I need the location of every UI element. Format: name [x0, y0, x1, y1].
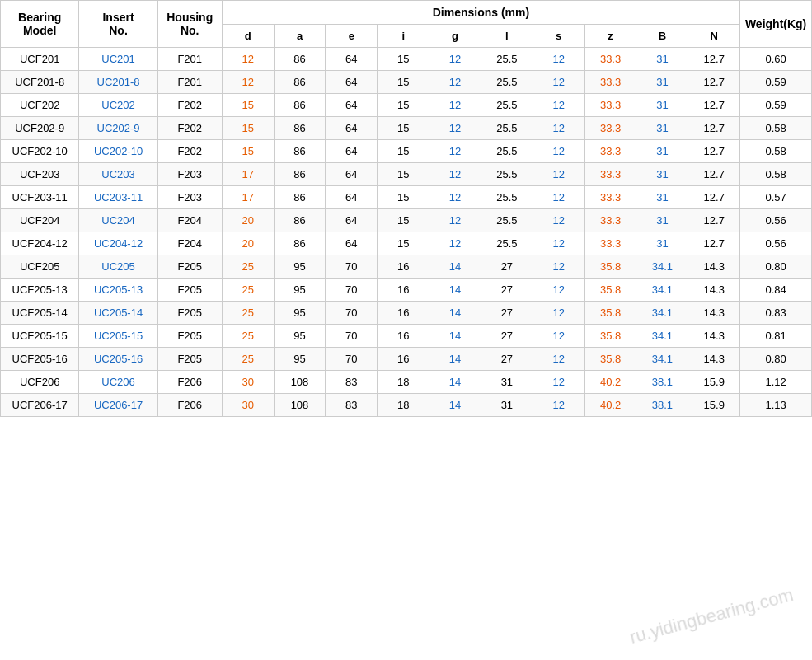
cell-dim-s: 12	[533, 71, 584, 94]
cell-dim-a: 95	[274, 325, 326, 348]
cell-dim-g: 12	[429, 94, 481, 117]
cell-dim-d: 12	[222, 48, 274, 71]
cell-dim-a: 86	[274, 117, 326, 140]
cell-dim-g: 12	[429, 140, 481, 163]
cell-col-housing: F202	[157, 94, 222, 117]
cell-dim-g: 14	[429, 279, 481, 302]
bearing-table: Bearing Model Insert No. Housing No. Dim…	[0, 0, 812, 417]
cell-dim-a: 95	[274, 279, 326, 302]
cell-col-housing: F201	[157, 71, 222, 94]
cell-dim-a: 86	[274, 209, 326, 232]
cell-dim-g: 14	[429, 371, 481, 394]
cell-dim-e: 64	[326, 232, 378, 255]
cell-dim-a: 86	[274, 140, 326, 163]
cell-dim-d: 25	[222, 325, 274, 348]
cell-dim-d: 15	[222, 117, 274, 140]
col-dimensions: Dimensions (mm)	[222, 1, 739, 25]
cell-dim-s: 12	[533, 279, 584, 302]
cell-dim-s: 12	[533, 140, 584, 163]
cell-col-insert: UC206-17	[79, 394, 157, 417]
cell-col-insert: UC204	[79, 209, 157, 232]
cell-dim-z: 35.8	[584, 302, 636, 325]
cell-col-insert: UC205-14	[79, 302, 157, 325]
cell-col-weight: 0.80	[740, 348, 812, 371]
cell-dim-N: 15.9	[688, 394, 740, 417]
cell-col-housing: F203	[157, 163, 222, 186]
cell-dim-z: 33.3	[584, 232, 636, 255]
cell-dim-l: 27	[481, 325, 533, 348]
table-row: UCF205-13UC205-13F2052595701614271235.83…	[1, 279, 812, 302]
cell-dim-e: 83	[326, 371, 378, 394]
cell-dim-i: 15	[378, 94, 429, 117]
cell-col-housing: F204	[157, 209, 222, 232]
cell-col-insert: UC205	[79, 255, 157, 279]
cell-col-model: UCF205-13	[1, 279, 79, 302]
cell-col-insert: UC202	[79, 94, 157, 117]
cell-dim-N: 12.7	[688, 186, 740, 209]
cell-dim-N: 12.7	[688, 140, 740, 163]
cell-col-housing: F205	[157, 325, 222, 348]
cell-dim-e: 64	[326, 209, 378, 232]
cell-dim-a: 95	[274, 255, 326, 279]
cell-dim-B: 31	[636, 186, 688, 209]
cell-col-weight: 0.83	[740, 302, 812, 325]
dim-header-N: N	[688, 25, 740, 48]
cell-dim-B: 31	[636, 209, 688, 232]
cell-col-weight: 0.60	[740, 48, 812, 71]
cell-dim-z: 33.3	[584, 94, 636, 117]
cell-dim-N: 12.7	[688, 94, 740, 117]
cell-col-weight: 0.80	[740, 255, 812, 279]
cell-dim-g: 12	[429, 186, 481, 209]
col-bearing-model: Bearing Model	[1, 1, 79, 48]
cell-col-weight: 0.81	[740, 325, 812, 348]
cell-dim-s: 12	[533, 325, 584, 348]
cell-dim-N: 14.3	[688, 279, 740, 302]
cell-dim-g: 14	[429, 325, 481, 348]
cell-dim-e: 64	[326, 140, 378, 163]
cell-dim-e: 64	[326, 48, 378, 71]
table-body: UCF201UC201F201128664151225.51233.33112.…	[1, 48, 812, 417]
cell-col-weight: 0.58	[740, 117, 812, 140]
cell-dim-B: 34.1	[636, 348, 688, 371]
cell-col-model: UCF205-15	[1, 325, 79, 348]
cell-dim-N: 14.3	[688, 302, 740, 325]
cell-col-insert: UC206	[79, 371, 157, 394]
cell-dim-s: 12	[533, 302, 584, 325]
cell-dim-z: 33.3	[584, 71, 636, 94]
cell-dim-l: 25.5	[481, 163, 533, 186]
cell-dim-i: 15	[378, 140, 429, 163]
cell-col-weight: 0.59	[740, 94, 812, 117]
cell-dim-e: 70	[326, 348, 378, 371]
cell-dim-l: 27	[481, 302, 533, 325]
cell-dim-N: 12.7	[688, 232, 740, 255]
cell-dim-s: 12	[533, 371, 584, 394]
cell-dim-z: 33.3	[584, 48, 636, 71]
cell-col-model: UCF202	[1, 94, 79, 117]
cell-dim-e: 70	[326, 302, 378, 325]
cell-dim-d: 15	[222, 140, 274, 163]
cell-dim-s: 12	[533, 255, 584, 279]
cell-dim-N: 12.7	[688, 117, 740, 140]
cell-dim-l: 25.5	[481, 140, 533, 163]
cell-dim-e: 64	[326, 94, 378, 117]
cell-col-housing: F206	[157, 371, 222, 394]
cell-dim-z: 35.8	[584, 279, 636, 302]
cell-dim-z: 33.3	[584, 140, 636, 163]
cell-dim-e: 70	[326, 255, 378, 279]
cell-dim-i: 16	[378, 325, 429, 348]
table-row: UCF205-14UC205-14F2052595701614271235.83…	[1, 302, 812, 325]
table-row: UCF202-10UC202-10F202158664151225.51233.…	[1, 140, 812, 163]
cell-dim-B: 31	[636, 232, 688, 255]
cell-col-model: UCF204	[1, 209, 79, 232]
cell-dim-e: 83	[326, 394, 378, 417]
cell-dim-e: 64	[326, 163, 378, 186]
table-row: UCF205-16UC205-16F2052595701614271235.83…	[1, 348, 812, 371]
cell-dim-B: 34.1	[636, 279, 688, 302]
cell-dim-N: 12.7	[688, 163, 740, 186]
cell-dim-B: 31	[636, 94, 688, 117]
cell-dim-g: 14	[429, 348, 481, 371]
cell-dim-l: 27	[481, 279, 533, 302]
cell-col-insert: UC203-11	[79, 186, 157, 209]
cell-col-weight: 0.56	[740, 209, 812, 232]
dim-header-a: a	[274, 25, 326, 48]
